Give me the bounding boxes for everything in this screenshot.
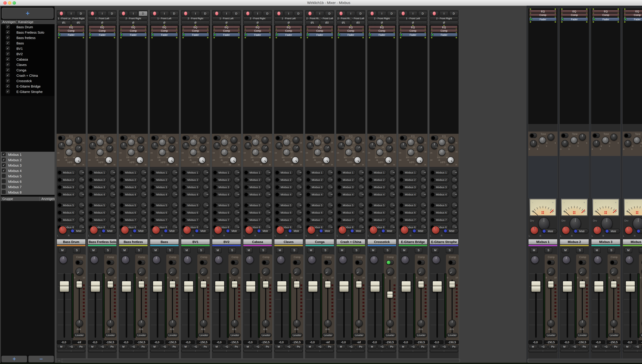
polarity-button[interactable]: Ø: [274, 21, 303, 24]
leveler-button[interactable]: Leveler: [322, 333, 334, 337]
mixbus-send-button[interactable]: Mixbus 1: [150, 170, 169, 175]
attack-knob[interactable]: [448, 320, 456, 327]
gain-display[interactable]: -0,0: [57, 340, 71, 344]
tone-enable-toggle[interactable]: [529, 133, 537, 138]
mixbus-send-button[interactable]: Mixbus 2: [306, 177, 325, 182]
comp-enable-toggle[interactable]: [107, 260, 114, 265]
list-item[interactable]: ✓ Bass fretless: [1, 35, 55, 40]
group-button[interactable]: -: [212, 349, 241, 352]
list-item[interactable]: ✓ Conga: [1, 67, 55, 73]
list-item[interactable]: Mixbus 8: [1, 190, 55, 195]
strip-footer-button[interactable]: ~G: [601, 345, 610, 348]
solo-button[interactable]: S: [415, 248, 422, 253]
disk-monitor-button[interactable]: D: [201, 11, 210, 16]
fader-handle[interactable]: [339, 281, 349, 292]
mute-button[interactable]: M: [562, 248, 569, 253]
strip-footer-button[interactable]: M: [337, 345, 345, 348]
trim-knob[interactable]: [184, 256, 192, 264]
tone-lo-knob[interactable]: [624, 140, 631, 147]
strip-footer-button[interactable]: Po: [232, 345, 241, 348]
send-level-knob[interactable]: [265, 184, 271, 190]
trim-knob[interactable]: [370, 256, 378, 264]
input-monitor-button[interactable]: I: [346, 11, 355, 16]
disk-monitor-button[interactable]: D: [76, 11, 85, 16]
visibility-checkbox[interactable]: ✓: [6, 73, 10, 77]
list-item[interactable]: ✓ Mixbus 3: [1, 162, 55, 168]
comp-enable-toggle[interactable]: [417, 260, 425, 265]
comp-processor[interactable]: Comp: [399, 29, 426, 32]
strip-footer-button[interactable]: M: [560, 345, 569, 348]
leveler-button[interactable]: Leveler: [545, 333, 557, 337]
strip-footer-button[interactable]: ~G: [377, 345, 386, 348]
input-monitor-button[interactable]: I: [67, 11, 76, 16]
polarity-button[interactable]: Ø: [181, 21, 210, 24]
gain-display[interactable]: -0,0: [591, 340, 605, 344]
comp-fader-handle[interactable]: [107, 281, 113, 288]
send-level-knob[interactable]: [79, 217, 85, 223]
disk-monitor-button[interactable]: D: [418, 11, 427, 16]
mixbus-send-button[interactable]: Mixbus 6: [368, 210, 387, 215]
leveler-button[interactable]: Leveler: [416, 333, 427, 337]
list-item[interactable]: ✓ Crash + China: [1, 73, 55, 78]
group-button[interactable]: -: [591, 349, 620, 352]
send-level-knob[interactable]: [389, 184, 396, 190]
input-monitor-button[interactable]: I: [315, 11, 324, 16]
mixbus-send-button[interactable]: Mixbus 4: [337, 192, 356, 197]
comp-amount-knob[interactable]: [200, 268, 208, 276]
strip-footer-button[interactable]: Po: [77, 345, 85, 348]
eq-enable-toggle[interactable]: [151, 136, 159, 140]
polarity-2-button[interactable]: Ø2: [351, 21, 365, 24]
strip-footer-button[interactable]: M: [305, 345, 314, 348]
send-level-knob[interactable]: [234, 176, 240, 183]
send-level-knob[interactable]: [234, 184, 240, 190]
strip-footer-button[interactable]: Po: [201, 345, 210, 348]
strip-name-button[interactable]: E-Gitarre Bridge: [398, 239, 427, 245]
trim-knob[interactable]: [246, 256, 254, 264]
trim-knob[interactable]: [562, 256, 570, 264]
meter-peak-display[interactable]: -150,5: [197, 340, 210, 344]
polarity-button[interactable]: Ø: [150, 21, 179, 24]
pan-knob[interactable]: [625, 226, 633, 234]
mixbus-send-button[interactable]: Mixbus 4: [368, 192, 387, 197]
mixbus-send-button[interactable]: Mixbus 3: [430, 184, 449, 190]
strip-footer-button[interactable]: ~G: [253, 345, 262, 348]
strip-footer-button[interactable]: ~G: [346, 345, 355, 348]
eq-processor[interactable]: EQ: [58, 26, 85, 29]
meter-peak-display[interactable]: -150,5: [445, 340, 459, 344]
mixbus-send-button[interactable]: Mixbus 3: [181, 184, 200, 190]
attack-knob[interactable]: [138, 320, 145, 327]
mixbus-send-button[interactable]: Mixbus 7: [119, 217, 138, 222]
fader-handle[interactable]: [594, 281, 604, 292]
mixbus-send-button[interactable]: Mixbus 7: [368, 217, 387, 222]
input-button[interactable]: 2 - Front Ri... - Front Left: [337, 17, 365, 20]
send-level-knob[interactable]: [141, 169, 147, 176]
mixbus-send-button[interactable]: Mixbus 5: [275, 203, 294, 208]
pan-knob[interactable]: [214, 226, 222, 234]
polarity-button[interactable]: Ø: [368, 21, 396, 24]
send-level-knob[interactable]: [327, 184, 333, 190]
send-level-knob[interactable]: [79, 202, 85, 208]
list-item[interactable]: ✓ BV1: [1, 46, 55, 51]
eq-hi-gain-knob[interactable]: [417, 136, 424, 144]
mute-button[interactable]: M: [432, 248, 439, 253]
hpf-knob[interactable]: [230, 156, 237, 164]
attack-knob[interactable]: [417, 320, 425, 327]
add-strip-button[interactable]: +: [1, 356, 27, 362]
trim-knob[interactable]: [594, 256, 602, 264]
strip-footer-button[interactable]: ~G: [409, 345, 417, 348]
solo-button[interactable]: S: [607, 248, 615, 253]
mixbus-send-button[interactable]: Mixbus 3: [244, 184, 263, 190]
leveler-button[interactable]: Leveler: [198, 333, 209, 337]
comp-amount-knob[interactable]: [76, 268, 84, 276]
group-button[interactable]: -: [57, 349, 85, 352]
fader-handle[interactable]: [531, 281, 541, 292]
trim-knob[interactable]: [59, 256, 68, 264]
mixbus-send-button[interactable]: Mixbus 2: [337, 177, 356, 182]
mute-button[interactable]: M: [593, 248, 601, 253]
attack-knob[interactable]: [200, 320, 207, 327]
polarity-button[interactable]: Ø: [430, 21, 458, 24]
comp-processor[interactable]: Comp: [306, 29, 333, 32]
attack-knob[interactable]: [231, 320, 238, 327]
strip-footer-button[interactable]: Po: [108, 345, 117, 348]
meter-peak-display[interactable]: -inf: [72, 340, 86, 344]
